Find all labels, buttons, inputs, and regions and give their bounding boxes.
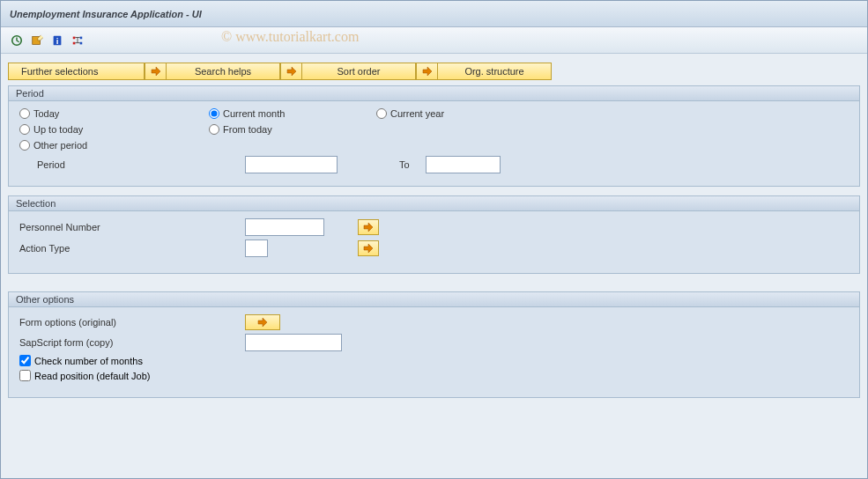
svg-rect-6 — [80, 36, 83, 39]
info-icon[interactable]: i — [48, 32, 66, 49]
personnel-number-input[interactable] — [245, 218, 324, 236]
up-to-today-label: Up to today — [33, 124, 83, 135]
title-bar: Unemployment Insurance Application - UI — [1, 1, 867, 27]
other-options-group: Other options Form options (original) Sa… — [8, 291, 860, 398]
org-structure-button[interactable]: Org. structure — [437, 63, 552, 80]
selection-group: Selection Personnel Number Action Type — [8, 195, 860, 274]
from-today-radio[interactable] — [209, 124, 219, 135]
period-group: Period Today Current month Current year … — [8, 85, 860, 187]
from-today-label: From today — [223, 124, 272, 135]
form-options-label: Form options (original) — [19, 317, 245, 328]
read-position-label: Read position (default Job) — [34, 371, 150, 381]
page-title: Unemployment Insurance Application - UI — [10, 9, 202, 19]
today-radio[interactable] — [19, 108, 30, 119]
action-type-input[interactable] — [245, 240, 268, 257]
get-variant-icon[interactable] — [28, 32, 46, 49]
content-area: Further selections Search helps Sort ord… — [1, 54, 867, 416]
today-label: Today — [33, 108, 59, 119]
sort-order-label: Sort order — [338, 66, 381, 77]
selection-legend: Selection — [9, 196, 859, 211]
arrow-icon — [145, 63, 166, 80]
search-helps-button[interactable]: Search helps — [166, 63, 280, 80]
further-selections-button[interactable]: Further selections — [8, 63, 145, 80]
svg-rect-7 — [80, 41, 83, 44]
period-legend: Period — [9, 86, 859, 101]
structure-icon[interactable] — [69, 32, 86, 49]
up-to-today-radio[interactable] — [19, 124, 30, 135]
svg-rect-4 — [73, 36, 76, 39]
further-selections-label: Further selections — [21, 66, 98, 77]
other-period-radio[interactable] — [19, 140, 30, 151]
current-month-radio[interactable] — [209, 108, 219, 119]
current-month-label: Current month — [223, 108, 285, 119]
arrow-icon — [280, 63, 301, 80]
personnel-number-label: Personnel Number — [19, 222, 245, 232]
sapscript-input[interactable] — [245, 334, 342, 351]
personnel-number-more-button[interactable] — [358, 219, 379, 235]
toolbar: i — [1, 27, 867, 54]
search-helps-label: Search helps — [195, 66, 251, 77]
svg-text:i: i — [56, 35, 59, 45]
other-period-label: Other period — [33, 140, 87, 151]
period-to-input[interactable] — [426, 156, 501, 173]
svg-rect-5 — [73, 41, 76, 44]
action-type-more-button[interactable] — [358, 240, 379, 256]
sapscript-label: SapScript form (copy) — [19, 337, 245, 348]
current-year-label: Current year — [390, 108, 444, 119]
other-options-legend: Other options — [9, 292, 859, 307]
current-year-radio[interactable] — [376, 108, 387, 119]
period-from-input[interactable] — [245, 156, 338, 173]
selection-buttons-row: Further selections Search helps Sort ord… — [8, 63, 860, 80]
sort-order-button[interactable]: Sort order — [301, 63, 416, 80]
read-position-checkbox[interactable] — [19, 370, 31, 381]
period-to-label: To — [399, 159, 426, 170]
arrow-icon — [416, 63, 437, 80]
execute-icon[interactable] — [8, 32, 26, 49]
org-structure-label: Org. structure — [464, 66, 523, 77]
check-months-checkbox[interactable] — [19, 355, 31, 366]
form-options-button[interactable] — [245, 314, 280, 330]
check-months-label: Check number of months — [34, 356, 143, 366]
action-type-label: Action Type — [19, 243, 245, 254]
period-from-label: Period — [19, 159, 90, 170]
